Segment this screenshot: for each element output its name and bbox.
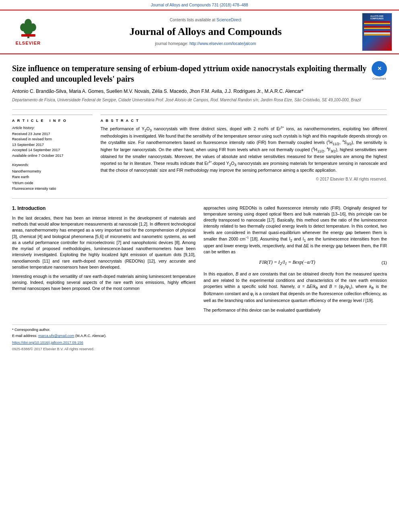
- body-para-4: In this equation, B and α are constants …: [204, 271, 387, 304]
- section1-heading: 1. Introduction: [12, 205, 195, 212]
- keyword-1: Nanothermometry: [12, 168, 93, 174]
- copyright-line: © 2017 Elsevier B.V. All rights reserved…: [101, 177, 387, 182]
- email-label: E-mail address:: [12, 334, 37, 338]
- body-col-right: approaches using REDONs is called fluore…: [204, 205, 387, 316]
- accepted-line: Accepted 14 September 2017: [12, 148, 93, 153]
- body-para-1: In the last decades, there has been an i…: [12, 215, 195, 270]
- body-para-2: Interesting enough is the versatility of…: [12, 273, 195, 292]
- contents-label: Contents lists available at: [170, 18, 215, 22]
- homepage-url[interactable]: http://www.elsevier.com/locate/jalcom: [189, 41, 256, 46]
- email-line: E-mail address: marca.ufs@gmail.com (M.A…: [12, 333, 387, 339]
- homepage-label: journal homepage:: [155, 41, 188, 46]
- issn-line: 0925-8388/© 2017 Elsevier B.V. All right…: [12, 347, 387, 352]
- banner: ELSEVIER Contents lists available at Sci…: [0, 10, 399, 54]
- history-block: Article history: Received 23 June 2017 R…: [12, 125, 93, 158]
- article-info-col: A R T I C L E I N F O Article history: R…: [12, 115, 93, 192]
- cover-stripes: [364, 21, 390, 37]
- article-info-label: A R T I C L E I N F O: [12, 118, 93, 123]
- body-para-5: The performance of this device can be ev…: [204, 307, 387, 313]
- received-line: Received 23 June 2017: [12, 131, 93, 137]
- keyword-4: Fluorescence intensity ratio: [12, 186, 93, 191]
- abstract-section: A B S T R A C T The performance of Y2O3 …: [101, 115, 387, 182]
- svg-rect-5: [21, 34, 35, 37]
- keyword-2: Rare earth: [12, 174, 93, 180]
- equation-block: FIR(T) = I2/I1 = Bexp(−α/T) (1): [204, 259, 387, 267]
- journal-citation: Journal of Alloys and Compounds 731 (201…: [151, 3, 248, 7]
- journal-header: Journal of Alloys and Compounds 731 (201…: [0, 0, 399, 8]
- contents-line: Contents lists available at ScienceDirec…: [52, 17, 359, 23]
- svg-point-4: [25, 19, 32, 28]
- page: Journal of Alloys and Compounds 731 (201…: [0, 0, 399, 532]
- email-person: (M.A.R.C. Alencar).: [75, 334, 107, 338]
- journal-title-banner: Journal of Alloys and Compounds: [52, 25, 359, 39]
- elsevier-logo: ELSEVIER: [16, 17, 41, 46]
- section-divider: [12, 198, 387, 199]
- body-col-left: 1. Introduction In the last decades, the…: [12, 205, 195, 316]
- keyword-3: Yttrium oxide: [12, 180, 93, 186]
- body-content: 1. Introduction In the last decades, the…: [12, 205, 387, 316]
- banner-left: ELSEVIER: [4, 17, 52, 46]
- crossmark-icon: ✕: [372, 61, 387, 76]
- equation-number: (1): [371, 260, 387, 266]
- elsevier-text: ELSEVIER: [16, 40, 41, 46]
- crossmark: ✕ CrossMark: [372, 61, 387, 81]
- corresponding-text: * Corresponding author.: [12, 328, 50, 332]
- article-info: A R T I C L E I N F O Article history: R…: [12, 115, 93, 192]
- article-title-section: Size influence on temperature sensing of…: [12, 56, 387, 110]
- email-link[interactable]: marca.ufs@gmail.com: [38, 334, 74, 338]
- keywords-label: Keywords:: [12, 162, 93, 168]
- received-revised-date: 13 September 2017: [12, 142, 93, 148]
- available-line: Available online 7 October 2017: [12, 153, 93, 159]
- received-revised-label: Received in revised form: [12, 137, 93, 142]
- body-para-3: approaches using REDONs is called fluore…: [204, 205, 387, 255]
- affiliation: Departamento de Física, Universidade Fed…: [12, 97, 368, 103]
- footer-section: * Corresponding author. E-mail address: …: [12, 325, 387, 351]
- article-title: Size influence on temperature sensing of…: [12, 63, 368, 84]
- authors: Antonio C. Brandão-Silva, Maria A. Gomes…: [12, 88, 368, 95]
- abstract-text: The performance of Y2O3 nanocrystals wit…: [101, 125, 387, 173]
- abstract-col: A B S T R A C T The performance of Y2O3 …: [101, 115, 387, 192]
- elsevier-tree-icon: [17, 17, 39, 39]
- doi-link[interactable]: https://doi.org/10.1016/j.jallcom.2017.0…: [12, 341, 83, 345]
- equation-content: FIR(T) = I2/I1 = Bexp(−α/T): [204, 259, 371, 267]
- cover-title: ALLOYS AND COMPOUNDS: [364, 15, 390, 20]
- journal-cover-image: ALLOYS AND COMPOUNDS: [362, 13, 392, 51]
- main-content: Size influence on temperature sensing of…: [0, 56, 399, 351]
- homepage-line: journal homepage: http://www.elsevier.co…: [52, 41, 359, 47]
- sciencedirect-link[interactable]: ScienceDirect: [216, 18, 241, 22]
- corresponding-label: * Corresponding author.: [12, 327, 387, 333]
- banner-right: ALLOYS AND COMPOUNDS: [359, 13, 395, 51]
- abstract-label: A B S T R A C T: [101, 118, 387, 123]
- history-label: Article history:: [12, 125, 93, 131]
- keywords-block: Keywords: Nanothermometry Rare earth Ytt…: [12, 162, 93, 191]
- info-abstract-section: A R T I C L E I N F O Article history: R…: [12, 115, 387, 192]
- doi-line: https://doi.org/10.1016/j.jallcom.2017.0…: [12, 340, 387, 345]
- banner-center: Contents lists available at ScienceDirec…: [52, 17, 359, 46]
